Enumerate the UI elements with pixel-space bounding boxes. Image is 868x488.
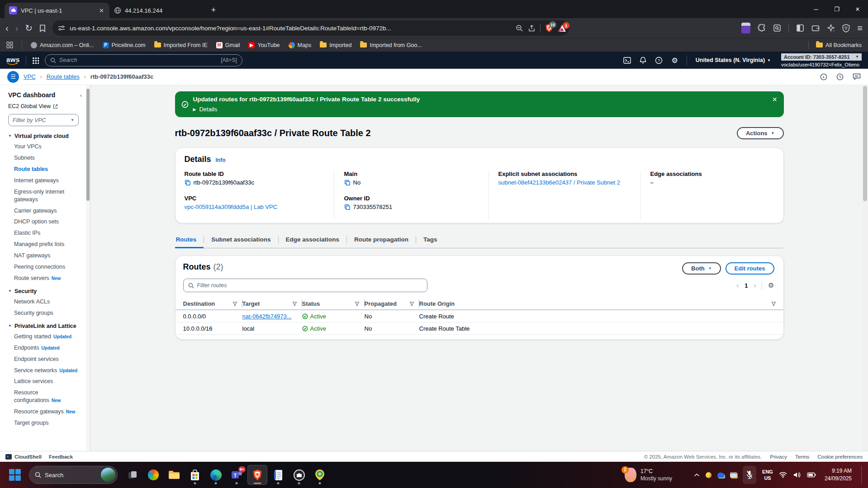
back-button[interactable]: ‹ <box>5 24 9 33</box>
bookmark-apps-icon[interactable] <box>6 42 13 48</box>
sidebar-item-your-vpcs[interactable]: Your VPCs <box>14 143 85 151</box>
copy-icon[interactable] <box>185 180 191 186</box>
tray-security-icon[interactable] <box>730 472 737 478</box>
filter-routes-input[interactable] <box>197 282 422 289</box>
bookmark-amazon[interactable]: Amazon.com – Onli... <box>31 42 94 48</box>
sidebar-item-security-groups[interactable]: Security groups <box>14 309 85 317</box>
tab-subnet-associations[interactable]: Subnet associations <box>204 233 278 248</box>
sidebar-item-route-servers[interactable]: Route serversNew <box>14 275 85 282</box>
browser-tab-ip[interactable]: 44.214.16.244 <box>109 3 207 18</box>
filter-routes-box[interactable] <box>183 279 427 292</box>
region-selector[interactable]: United States (N. Virginia)▼ <box>696 57 771 63</box>
sidebar-item-egress-only-internet-gateways[interactable]: Egress-only internet gateways <box>14 188 85 204</box>
bookmark-youtube[interactable]: ▶YouTube <box>248 42 280 48</box>
section-security[interactable]: ▼Security <box>8 288 85 295</box>
privacy-link[interactable]: Privacy <box>770 454 787 460</box>
sidebar-item-getting-started[interactable]: Getting startedUpdated <box>14 333 85 341</box>
notepad-icon[interactable] <box>268 465 288 485</box>
copy-icon[interactable] <box>344 180 351 186</box>
next-page-icon[interactable]: › <box>754 282 756 289</box>
battery-icon[interactable] <box>807 472 816 478</box>
column-destination[interactable]: Destination <box>183 300 215 307</box>
breadcrumb-vpc[interactable]: VPC <box>24 73 36 80</box>
edge-icon[interactable] <box>206 465 226 485</box>
sidebar-item-resource-gateways[interactable]: Resource gatewaysNew <box>14 408 85 416</box>
aws-logo[interactable]: aws <box>6 56 20 65</box>
account-menu[interactable]: Account ID: 7303-3557-8251▼ voclabs/user… <box>781 53 862 67</box>
forward-button[interactable]: › <box>15 24 19 33</box>
sidebar-item-carrier-gateways[interactable]: Carrier gateways <box>14 207 85 215</box>
settings-gear-icon[interactable]: ⚙ <box>671 56 678 65</box>
share-icon[interactable] <box>528 24 536 32</box>
taskbar-weather-widget[interactable]: 2 17°C Mostly sunny <box>625 468 672 482</box>
column-target[interactable]: Target <box>242 300 260 307</box>
sidebar-item-lattice-services[interactable]: Lattice services <box>14 378 85 385</box>
filter-funnel-icon[interactable] <box>292 301 297 306</box>
both-filter-button[interactable]: Both▼ <box>682 262 721 275</box>
column-status[interactable]: Status <box>302 300 320 307</box>
terms-link[interactable]: Terms <box>795 454 809 460</box>
sidebar-item-ec2-global-view[interactable]: EC2 Global View <box>8 103 85 109</box>
sidebar-item-managed-prefix-lists[interactable]: Managed prefix lists <box>14 241 85 248</box>
filter-by-vpc-select[interactable]: Filter by VPC ▼ <box>8 114 79 126</box>
collapse-sidenav-icon[interactable]: ‹ <box>80 92 82 99</box>
leo-ai-icon[interactable] <box>827 24 835 32</box>
sidebar-item-internet-gateways[interactable]: Internet gateways <box>14 177 85 185</box>
earth-viewer-icon[interactable] <box>310 465 330 485</box>
camera-app-icon[interactable] <box>289 465 309 485</box>
tab-routes[interactable]: Routes <box>175 233 204 248</box>
vpn-shield-icon[interactable] <box>842 24 850 33</box>
tray-onedrive-icon[interactable] <box>717 473 724 478</box>
new-tab-button[interactable]: + <box>207 3 220 17</box>
feedback-button[interactable]: Feedback <box>49 454 73 460</box>
bookmark-maps[interactable]: Maps <box>289 42 312 48</box>
show-desktop-button[interactable] <box>861 466 863 484</box>
brave-shield-icon[interactable]: 15 <box>545 24 553 33</box>
sidebar-item-route-tables[interactable]: Route tables <box>14 166 85 173</box>
sidenav-toggle-icon[interactable]: ☰ <box>7 71 19 83</box>
reload-button[interactable]: ↻ <box>25 24 33 33</box>
profile-avatar[interactable] <box>741 23 750 33</box>
table-row[interactable]: 0.0.0.0/0 nat-0642fb74973... Active No C… <box>175 310 783 322</box>
tab-route-propagation[interactable]: Route propagation <box>347 233 416 248</box>
taskbar-search-box[interactable]: Search <box>29 466 118 484</box>
maximize-button[interactable]: ❐ <box>826 0 847 18</box>
wallet-icon[interactable] <box>811 24 820 32</box>
sidebar-item-peering-connections[interactable]: Peering connections <box>14 263 85 271</box>
sidebar-item-resource-configurations[interactable]: Resource configurationsNew <box>14 389 85 404</box>
aws-search-box[interactable]: [Alt+S] <box>45 54 242 66</box>
minimize-button[interactable]: ─ <box>806 0 826 18</box>
services-grid-icon[interactable] <box>32 57 39 64</box>
microsoft-store-icon[interactable] <box>185 465 205 485</box>
page-number[interactable]: 1 <box>745 282 748 289</box>
sidebar-item-subnets[interactable]: Subnets <box>14 154 85 162</box>
cloudshell-button[interactable]: >_ CloudShell <box>5 454 42 460</box>
copy-icon[interactable] <box>344 204 351 210</box>
sidenav-scrollbar[interactable] <box>86 85 90 451</box>
volume-icon[interactable] <box>793 471 801 479</box>
file-explorer-icon[interactable] <box>164 465 184 485</box>
filter-funnel-icon[interactable] <box>355 301 360 306</box>
info-link[interactable]: Info <box>216 157 226 163</box>
task-view-icon[interactable] <box>123 465 142 485</box>
previous-page-icon[interactable]: ‹ <box>736 282 739 289</box>
column-propagated[interactable]: Propagated <box>365 300 397 307</box>
all-bookmarks-button[interactable]: All Bookmarks <box>808 41 862 49</box>
bookmark-icon[interactable] <box>39 24 46 32</box>
sidebar-item-endpoint-services[interactable]: Endpoint services <box>14 355 85 363</box>
address-bar[interactable]: us-east-1.console.aws.amazon.com/vpccons… <box>52 20 569 36</box>
search-tabs-icon[interactable] <box>773 24 781 32</box>
browser-tab-vpc[interactable]: VPC | us-east-1 ✕ <box>5 3 109 18</box>
page-scrollbar[interactable] <box>862 85 868 451</box>
target-link[interactable]: nat-0642fb74973... <box>242 313 302 320</box>
sidebar-toggle-icon[interactable] <box>796 24 804 32</box>
help-icon[interactable]: ? <box>655 57 663 64</box>
tab-tags[interactable]: Tags <box>416 233 445 248</box>
actions-button[interactable]: Actions▼ <box>737 127 784 139</box>
bookmark-imported-ie[interactable]: Imported From IE <box>154 42 208 48</box>
sidebar-item-service-networks[interactable]: Service networksUpdated <box>14 367 85 374</box>
cookie-preferences-link[interactable]: Cookie preferences <box>817 454 863 460</box>
subnet-association-link[interactable]: subnet-08ef42133b6e02437 / Private Subne… <box>498 179 621 186</box>
tray-moon-icon[interactable] <box>706 472 711 478</box>
flashbar-details-toggle[interactable]: ▶ Details <box>193 106 420 113</box>
